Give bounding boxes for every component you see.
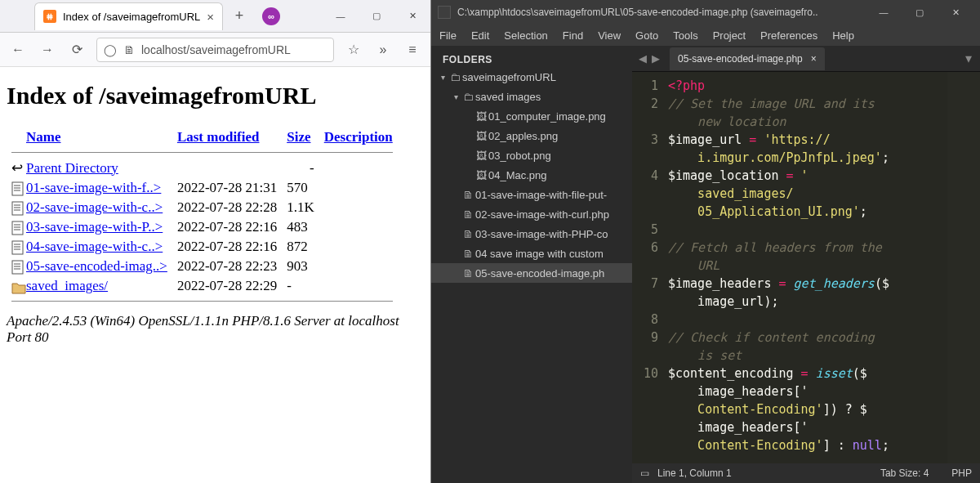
code-text[interactable]: <?php// Set the image URL and its new lo…: [665, 72, 947, 463]
col-desc[interactable]: Description: [324, 129, 393, 145]
tree-image[interactable]: 🖼01_computer_image.png: [431, 106, 632, 126]
menu-edit[interactable]: Edit: [471, 29, 489, 42]
file-link[interactable]: 04-save-image-with-c..>: [26, 239, 163, 254]
tree-file[interactable]: 🗎03-save-image-with-PHP-co: [431, 224, 632, 244]
file-link[interactable]: 03-save-image-with-P..>: [26, 219, 163, 235]
menu-goto[interactable]: Goto: [635, 29, 658, 42]
menu-view[interactable]: View: [598, 29, 621, 42]
menu-tools[interactable]: Tools: [673, 29, 697, 42]
tree-label: saveimagefromURL: [462, 71, 556, 83]
file-link[interactable]: 05-save-encoded-imag..>: [26, 258, 167, 274]
directory-listing: Name Last modified Size Description ↩ Pa…: [7, 127, 398, 306]
page-title: Index of /saveimagefromURL: [7, 82, 424, 110]
tree-label: 03_robot.png: [488, 150, 551, 162]
reload-button[interactable]: ⟳: [67, 40, 87, 60]
editor-minimize-button[interactable]: —: [866, 0, 902, 25]
menu-button[interactable]: ≡: [403, 40, 422, 60]
bookmark-button[interactable]: ☆: [344, 40, 363, 60]
tab-prev-icon[interactable]: ◀: [639, 52, 647, 65]
new-tab-button[interactable]: +: [228, 5, 251, 28]
status-tabsize[interactable]: Tab Size: 4: [880, 467, 929, 479]
col-modified[interactable]: Last modified: [177, 129, 260, 145]
forward-button[interactable]: →: [38, 40, 57, 60]
editor-window: C:\xampp\htdocs\saveimagefromURL\05-save…: [431, 0, 980, 483]
status-language[interactable]: PHP: [951, 467, 972, 479]
file-size: -: [282, 276, 319, 296]
menu-project[interactable]: Project: [713, 29, 746, 42]
tree-label: 02_apples.png: [488, 130, 558, 142]
file-icon: [7, 198, 21, 217]
svg-rect-16: [12, 261, 23, 274]
menu-preferences[interactable]: Preferences: [760, 29, 817, 42]
file-icon: [7, 257, 21, 276]
file-link[interactable]: 02-save-image-with-c..>: [26, 199, 163, 215]
menu-help[interactable]: Help: [832, 29, 854, 42]
url-text: localhost/saveimagefromURL: [141, 43, 291, 56]
parent-row: ↩ Parent Directory -: [7, 158, 398, 178]
col-name[interactable]: Name: [26, 129, 60, 145]
minimap[interactable]: [947, 72, 980, 463]
file-size: 570: [282, 178, 319, 198]
file-modified: 2022-07-28 22:16: [172, 237, 282, 257]
browser-tab[interactable]: ⵌ Index of /saveimagefromURL ×: [34, 2, 223, 30]
file-link[interactable]: 01-save-image-with-f..>: [26, 180, 161, 195]
url-input[interactable]: ◯ 🗎 localhost/saveimagefromURL: [96, 38, 334, 62]
tree-image[interactable]: 🖼02_apples.png: [431, 126, 632, 145]
tree-file[interactable]: 🗎05-save-encoded-image.ph: [431, 263, 632, 283]
tree-file[interactable]: 🗎04 save image with custom: [431, 244, 632, 263]
back-icon: ↩: [7, 158, 21, 178]
status-position[interactable]: Line 1, Column 1: [657, 467, 732, 479]
parent-link[interactable]: Parent Directory: [26, 160, 118, 176]
editor-maximize-button[interactable]: ▢: [902, 0, 938, 25]
console-icon[interactable]: ▭: [640, 467, 649, 479]
menu-find[interactable]: Find: [563, 29, 583, 42]
menu-file[interactable]: File: [439, 29, 457, 42]
file-size: 483: [282, 217, 319, 237]
chevron-down-icon[interactable]: ▾: [957, 51, 980, 66]
editor-sidebar: FOLDERS ▾🗀saveimagefromURL▾🗀saved images…: [431, 46, 632, 483]
editor-tab[interactable]: 05-save-encoded-image.php ×: [670, 47, 825, 70]
tab-close-icon[interactable]: ×: [207, 10, 214, 24]
editor-tab-label: 05-save-encoded-image.php: [678, 53, 803, 65]
page-content: Index of /saveimagefromURL Name Last mod…: [0, 67, 430, 483]
gutter: 12345678910: [632, 72, 665, 463]
close-button[interactable]: ✕: [394, 0, 430, 33]
col-size[interactable]: Size: [287, 129, 310, 145]
file-link[interactable]: saved_images/: [26, 278, 108, 293]
file-modified: 2022-07-28 21:31: [172, 178, 282, 198]
tree-file[interactable]: 🗎02-save-image-with-curl.php: [431, 204, 632, 224]
table-row: 03-save-image-with-P..> 2022-07-28 22:16…: [7, 217, 398, 237]
page-icon: 🗎: [123, 43, 135, 56]
tab-next-icon[interactable]: ▶: [652, 52, 660, 65]
editor-tab-row: ◀ ▶ 05-save-encoded-image.php × ▾: [632, 46, 980, 72]
tree-folder[interactable]: ▾🗀saved images: [431, 87, 632, 106]
tab-title: Index of /saveimagefromURL: [63, 11, 200, 23]
extension-icon[interactable]: ∞: [262, 7, 280, 25]
svg-rect-8: [12, 221, 23, 235]
minimize-button[interactable]: —: [323, 0, 359, 33]
back-button[interactable]: ←: [8, 40, 28, 60]
folder-icon: [7, 276, 21, 296]
file-modified: 2022-07-28 22:23: [172, 257, 282, 276]
editor-close-button[interactable]: ✕: [938, 0, 973, 25]
tree-image[interactable]: 🖼03_robot.png: [431, 145, 632, 165]
editor-titlebar: C:\xampp\htdocs\saveimagefromURL\05-save…: [431, 0, 980, 25]
file-modified: 2022-07-28 22:29: [172, 276, 282, 296]
code-area: ◀ ▶ 05-save-encoded-image.php × ▾ 123456…: [632, 46, 980, 483]
tree-label: 03-save-image-with-PHP-co: [475, 228, 608, 240]
svg-rect-12: [12, 241, 23, 254]
overflow-button[interactable]: »: [373, 40, 393, 60]
menu-selection[interactable]: Selection: [504, 29, 547, 42]
server-footer: Apache/2.4.53 (Win64) OpenSSL/1.1.1n PHP…: [7, 313, 424, 346]
maximize-button[interactable]: ▢: [359, 0, 394, 33]
editor-menubar: FileEditSelectionFindViewGotoToolsProjec…: [431, 25, 980, 46]
tree-label: 01_computer_image.png: [488, 110, 606, 123]
tree-root[interactable]: ▾🗀saveimagefromURL: [431, 67, 632, 87]
browser-window: ⵌ Index of /saveimagefromURL × + ∞ — ▢ ✕…: [0, 0, 431, 483]
file-size: 872: [282, 237, 319, 257]
table-row: 04-save-image-with-c..> 2022-07-28 22:16…: [7, 237, 398, 257]
code-editor[interactable]: 12345678910 <?php// Set the image URL an…: [632, 72, 980, 463]
editor-tab-close-icon[interactable]: ×: [811, 53, 817, 65]
tree-file[interactable]: 🗎01-save-image-with-file-put-: [431, 185, 632, 204]
tree-image[interactable]: 🖼04_Mac.png: [431, 165, 632, 185]
